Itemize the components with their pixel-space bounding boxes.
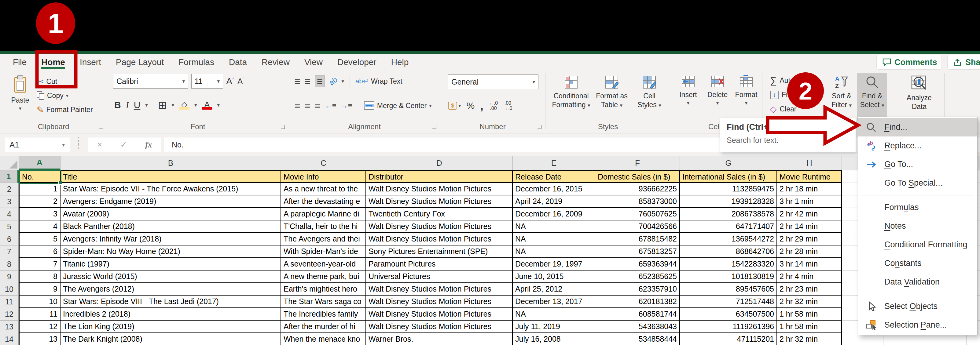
cut-button[interactable]: ✂ Cut (37, 74, 93, 89)
menu-item-data-validation[interactable]: Data Validation (858, 273, 977, 291)
cell[interactable]: Avengers: Infinity War (2018) (60, 233, 281, 245)
cell[interactable]: 2 hr 4 min (777, 271, 842, 283)
cell[interactable]: Twentieth Century Fox (366, 208, 513, 220)
cell[interactable]: Walt Disney Studios Motion Pictures (366, 321, 513, 333)
cell[interactable]: Movie Runtime (777, 170, 842, 183)
tab-home[interactable]: Home (34, 54, 72, 71)
row-header-5[interactable]: 5 (0, 220, 19, 233)
menu-item-conditional-formatting[interactable]: Conditional Formatting (858, 236, 977, 254)
insert-cells-button[interactable]: Insert ▾ (675, 73, 702, 121)
cell[interactable]: Walt Disney Studios Motion Pictures (366, 308, 513, 321)
cell[interactable]: Incredibles 2 (2018) (60, 308, 281, 321)
tab-insert[interactable]: Insert (72, 54, 108, 71)
column-header-F[interactable]: F (595, 156, 680, 170)
share-button[interactable]: Share (947, 55, 980, 70)
bold-button[interactable]: B (114, 100, 121, 110)
confirm-entry-icon[interactable]: ✓ (120, 140, 127, 150)
cell[interactable]: Walt Disney Studios Motion Pictures (366, 183, 513, 195)
cell[interactable]: 712517448 (680, 296, 777, 308)
cell[interactable]: 6 (19, 245, 60, 258)
cell[interactable]: July 11, 2019 (513, 321, 595, 333)
tab-formulas[interactable]: Formulas (171, 54, 221, 71)
tab-data[interactable]: Data (221, 54, 254, 71)
align-top-button[interactable]: ≡ (294, 76, 300, 86)
cell[interactable]: 10 (19, 296, 60, 308)
menu-item-go-to[interactable]: Go To... (858, 155, 977, 174)
cell[interactable]: A new theme park, bui (281, 271, 366, 283)
cell[interactable]: 652385625 (595, 271, 680, 283)
row-header-4[interactable]: 4 (0, 208, 19, 220)
cell[interactable]: 1369544272 (680, 233, 777, 245)
row-header-12[interactable]: 12 (0, 308, 19, 321)
wrap-text-button[interactable]: ab↩ Wrap Text (355, 77, 402, 85)
cell[interactable]: 7 (19, 258, 60, 271)
cell[interactable]: 1132859475 (680, 183, 777, 195)
cell[interactable]: The Star Wars saga co (281, 296, 366, 308)
menu-item-constants[interactable]: Constants (858, 254, 977, 273)
cell-styles-button[interactable]: Cell Styles ▾ (633, 73, 665, 121)
cell[interactable]: 1939128328 (680, 195, 777, 208)
cell[interactable]: Avatar (2009) (60, 208, 281, 220)
paste-button[interactable]: Paste ▾ (5, 73, 35, 121)
cell[interactable]: 3 hr 1 min (777, 195, 842, 208)
cell[interactable]: 2 hr 28 min (777, 245, 842, 258)
decrease-font-size-button[interactable]: Aˇ (237, 77, 244, 86)
cell[interactable]: December 19, 1997 (513, 258, 595, 271)
cell[interactable]: 534858444 (595, 333, 680, 345)
cell[interactable]: NA (513, 308, 595, 321)
comma-style-button[interactable]: , (480, 103, 484, 109)
cell[interactable]: No. (19, 170, 60, 183)
row-header-8[interactable]: 8 (0, 258, 19, 271)
align-right-button[interactable]: ≡ (315, 101, 321, 111)
cell[interactable]: 2 hr 14 min (777, 220, 842, 233)
tab-help[interactable]: Help (384, 54, 416, 71)
cell[interactable]: 11 (19, 308, 60, 321)
fill-button[interactable]: ↓ Fill (770, 88, 815, 102)
cell[interactable]: Sony Pictures Entertainment (SPE) (366, 245, 513, 258)
cell[interactable]: December 16, 2009 (513, 208, 595, 220)
row-header-1[interactable]: 1 (0, 170, 19, 183)
cell[interactable]: 647171407 (680, 220, 777, 233)
column-header-G[interactable]: G (680, 156, 777, 170)
cell[interactable]: 471115201 (680, 333, 777, 345)
tab-developer[interactable]: Developer (330, 54, 384, 71)
cell[interactable]: 9 (19, 283, 60, 296)
comments-button[interactable]: Comments (877, 55, 942, 70)
row-header-3[interactable]: 3 (0, 195, 19, 208)
clipboard-dialog-launcher[interactable] (99, 125, 104, 130)
cell[interactable]: 620181382 (595, 296, 680, 308)
decrease-decimal-button[interactable]: .00→.0 (503, 100, 512, 111)
cell[interactable]: December 16, 2015 (513, 183, 595, 195)
cell[interactable]: 2 hr 32 min (777, 296, 842, 308)
cell[interactable]: April 25, 2012 (513, 283, 595, 296)
cell[interactable]: 1 (19, 183, 60, 195)
column-header-H[interactable]: H (777, 156, 842, 170)
cell[interactable]: The Avengers and thei (281, 233, 366, 245)
cell[interactable]: Movie Info (281, 170, 366, 183)
cell[interactable]: T'Challa, heir to the hi (281, 220, 366, 233)
cell[interactable]: 1018130819 (680, 271, 777, 283)
align-center-button[interactable]: ≡ (304, 101, 310, 111)
column-header-B[interactable]: B (60, 156, 281, 170)
cell[interactable]: When the menace kno (281, 333, 366, 345)
increase-font-size-button[interactable]: A^ (226, 76, 234, 86)
percent-style-button[interactable]: % (467, 100, 475, 111)
cell[interactable]: Warner Bros. (366, 333, 513, 345)
column-header-C[interactable]: C (281, 156, 366, 170)
font-dialog-launcher[interactable] (281, 125, 286, 130)
align-middle-button[interactable]: ≡ (304, 76, 310, 86)
cell[interactable]: 3 hr 14 min (777, 258, 842, 271)
cell[interactable]: 634507500 (680, 308, 777, 321)
cell[interactable]: 868642706 (680, 245, 777, 258)
cell[interactable]: 1 hr 58 min (777, 321, 842, 333)
cell[interactable]: Jurassic World (2015) (60, 271, 281, 283)
cell[interactable]: 895457605 (680, 283, 777, 296)
cell[interactable]: Star Wars: Episode VII - The Force Awake… (60, 183, 281, 195)
cell[interactable]: 700426566 (595, 220, 680, 233)
format-cells-button[interactable]: Format ▾ (732, 73, 760, 121)
cell[interactable]: Titanic (1997) (60, 258, 281, 271)
cell[interactable]: Black Panther (2018) (60, 220, 281, 233)
cell[interactable]: Walt Disney Studios Motion Pictures (366, 233, 513, 245)
row-header-13[interactable]: 13 (0, 321, 19, 333)
row-header-7[interactable]: 7 (0, 245, 19, 258)
